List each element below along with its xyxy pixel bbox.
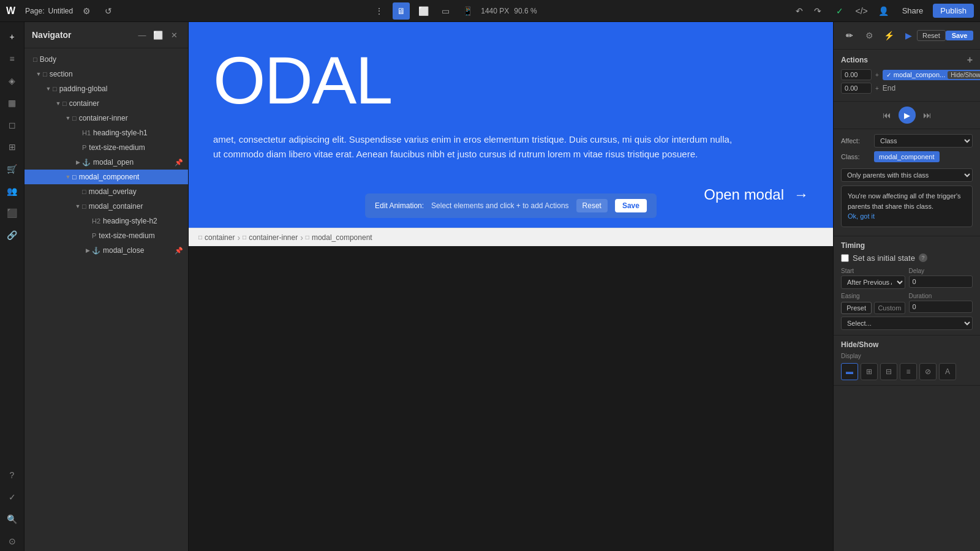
navigator-minimize-btn[interactable]: — (135, 28, 149, 42)
navigator-close-btn[interactable]: ✕ (167, 28, 181, 42)
affect-select[interactable]: Class Element (874, 134, 973, 148)
tree-item-modal-component[interactable]: ▼□modal_component (24, 170, 188, 184)
tasks-icon[interactable]: ✓ (2, 487, 22, 507)
display-block-btn[interactable]: ▬ (841, 363, 858, 380)
tree-item-modal-close[interactable]: ▶⚓modal_close📌 (24, 243, 188, 258)
layers-icon[interactable]: ≡ (2, 49, 22, 69)
tree-item-text-size-medium-1[interactable]: Ptext-size-medium (24, 140, 188, 155)
animation-reset-btn[interactable]: Reset (576, 199, 608, 212)
tree-item-padding-global[interactable]: ▼□padding-global (24, 81, 188, 96)
redo-btn[interactable]: ↷ (809, 2, 826, 20)
tree-toggle-section[interactable]: ▼ (34, 70, 43, 78)
add-elements-icon[interactable]: + (2, 27, 22, 47)
reset-btn[interactable]: Reset (917, 30, 946, 41)
tablet-landscape-icon[interactable]: ▭ (437, 2, 454, 20)
style-tab[interactable]: ✏ (841, 27, 858, 44)
tooltip-link[interactable]: Ok, got it (848, 212, 875, 220)
styles-icon[interactable]: ◈ (2, 71, 22, 91)
add-action-btn[interactable]: + (967, 54, 973, 66)
settings-tab[interactable]: ⚙ (861, 27, 878, 44)
action-time-2[interactable] (841, 83, 872, 94)
animation-bar-inner: Edit Animation: Select elements and clic… (365, 193, 657, 218)
breadcrumb-item-container[interactable]: □container (198, 233, 235, 242)
tree-item-container[interactable]: ▼□container (24, 96, 188, 111)
tree-item-heading-style-h2[interactable]: H2heading-style-h2 (24, 214, 188, 228)
save-btn[interactable]: Save (946, 31, 974, 40)
history-icon[interactable]: ↺ (100, 2, 117, 20)
undo-btn[interactable]: ↶ (791, 2, 808, 20)
ecommerce-icon[interactable]: 🛒 (2, 159, 22, 179)
tree-toggle-heading-style-h1[interactable] (74, 129, 82, 137)
tree-item-modal-container[interactable]: ▼□modal_container (24, 199, 188, 214)
breadcrumb-item-container-inner[interactable]: □container-inner (243, 233, 298, 242)
preset-btn[interactable]: Preset (841, 302, 872, 314)
class-scope-select[interactable]: Only parents with this class All element… (841, 168, 973, 182)
skip-forward-btn[interactable]: ⏭ (921, 108, 934, 122)
animation-save-btn[interactable]: Save (615, 199, 647, 212)
cms-icon[interactable]: ⊞ (2, 137, 22, 157)
tree-toggle-modal-component[interactable]: ▼ (64, 173, 72, 181)
apps-icon[interactable]: ⬛ (2, 203, 22, 223)
check-icon[interactable]: ✓ (831, 2, 848, 20)
help-icon[interactable]: ? (2, 465, 22, 485)
breadcrumb-item-modal_component[interactable]: □modal_component (306, 233, 372, 242)
initial-state-checkbox[interactable] (841, 254, 849, 262)
members-icon[interactable]: 👥 (2, 181, 22, 201)
open-modal-button[interactable]: Open modal → (704, 186, 809, 203)
canvas-main: ODAL amet, consectetur adipiscing elit. … (189, 22, 833, 228)
tree-toggle-text-size-medium-2[interactable] (83, 231, 92, 240)
tree-toggle-container-inner[interactable]: ▼ (64, 114, 72, 122)
display-grid-btn[interactable]: ⊟ (880, 363, 897, 380)
tree-toggle-padding-global[interactable]: ▼ (44, 84, 53, 93)
components-icon[interactable]: ◻ (2, 115, 22, 135)
code-icon[interactable]: </> (853, 2, 870, 20)
skip-back-btn[interactable]: ⏮ (880, 108, 894, 122)
action-time-1[interactable] (841, 69, 872, 80)
tree-toggle-body[interactable] (24, 55, 33, 64)
tree-toggle-text-size-medium-1[interactable] (74, 143, 82, 152)
tree-item-text-size-medium-2[interactable]: Ptext-size-medium (24, 228, 188, 243)
play-btn[interactable]: ▶ (899, 107, 916, 124)
tree-icon-body: □ (33, 56, 37, 63)
tree-toggle-heading-style-h2[interactable] (83, 217, 92, 225)
tree-item-container-inner[interactable]: ▼□container-inner (24, 111, 188, 126)
tree-item-modal-open[interactable]: ▶⚓modal_open📌 (24, 155, 188, 170)
tree-item-body[interactable]: □Body (24, 52, 188, 67)
interactions-tab[interactable]: ⚡ (880, 27, 897, 44)
tablet-view-icon[interactable]: ⬜ (415, 2, 432, 20)
action-badge-1[interactable]: ✓ modal_compon... Hide/Show (883, 70, 980, 80)
custom-btn[interactable]: Custom (874, 302, 905, 314)
assets-icon[interactable]: ▦ (2, 93, 22, 113)
tree-toggle-container[interactable]: ▼ (54, 99, 62, 108)
tree-item-heading-style-h1[interactable]: H1heading-style-h1 (24, 126, 188, 140)
display-inherit-btn[interactable]: A (939, 363, 956, 380)
more-options-icon[interactable]: ⋮ (371, 2, 388, 20)
tree-label-heading-style-h1: heading-style-h1 (93, 129, 183, 137)
share-button[interactable]: Share (897, 4, 929, 18)
display-none-btn[interactable]: ⊘ (919, 363, 937, 380)
tree-toggle-modal-overlay[interactable] (74, 187, 82, 196)
display-inline-btn[interactable]: ≡ (900, 363, 917, 380)
tree-toggle-modal-open[interactable]: ▶ (74, 158, 82, 167)
display-flex-btn[interactable]: ⊞ (861, 363, 878, 380)
navigator-expand-btn[interactable]: ⬜ (151, 28, 165, 42)
actions-section: Actions + + ✓ modal_compon... Hide/Show … (834, 50, 980, 102)
delay-input[interactable] (909, 276, 973, 288)
account-icon[interactable]: ⊙ (2, 531, 22, 551)
user-icon[interactable]: 👤 (875, 2, 892, 20)
integrations-icon[interactable]: 🔗 (2, 225, 22, 245)
desktop-view-icon[interactable]: 🖥 (393, 2, 410, 20)
mobile-view-icon[interactable]: 📱 (459, 2, 476, 20)
tree-toggle-modal-container[interactable]: ▼ (74, 202, 82, 211)
help-icon[interactable]: ? (919, 253, 927, 262)
animate-tab[interactable]: ▶ (900, 27, 917, 44)
tree-item-modal-overlay[interactable]: □modal_overlay (24, 184, 188, 199)
publish-button[interactable]: Publish (933, 4, 974, 18)
duration-input[interactable] (909, 301, 973, 313)
tree-item-section[interactable]: ▼□section (24, 67, 188, 81)
tree-toggle-modal-close[interactable]: ▶ (83, 246, 92, 255)
easing-select[interactable]: Select... (841, 317, 973, 330)
page-settings-icon[interactable]: ⚙ (78, 2, 95, 20)
search-icon[interactable]: 🔍 (2, 509, 22, 529)
start-select[interactable]: After Previous Action With Previous Acti… (841, 276, 905, 289)
